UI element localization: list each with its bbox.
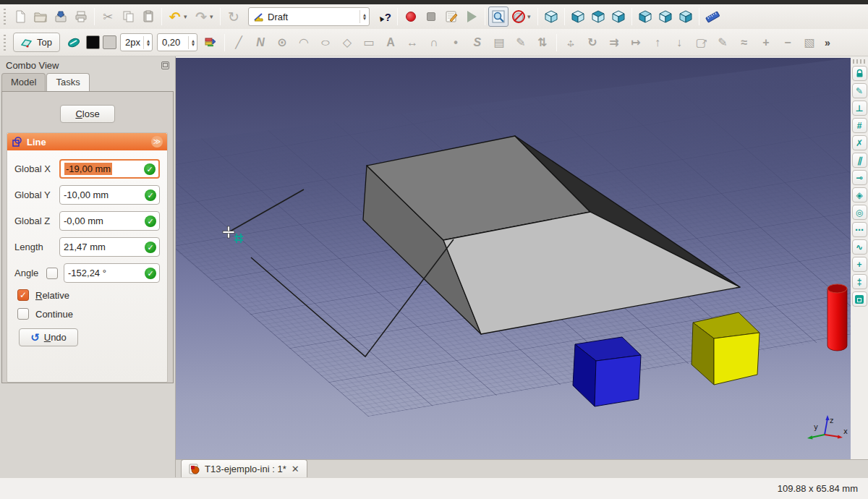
snap-center-button[interactable]: ◈ xyxy=(852,187,867,202)
draft-offset-button[interactable]: ⇉ xyxy=(603,32,625,54)
draft-scale-button[interactable]: ▢↗ xyxy=(690,32,712,54)
red-cylinder[interactable] xyxy=(827,284,847,351)
draft-wire-to-bspline-button[interactable]: ≈ xyxy=(733,32,755,54)
draft-trim-button[interactable]: ↦ xyxy=(625,32,647,54)
save-button[interactable] xyxy=(51,7,71,27)
draft-arc-button[interactable]: ◠ xyxy=(293,32,315,54)
snap-special-button[interactable]: + xyxy=(852,257,867,272)
relative-row[interactable]: ✓ Relative xyxy=(17,289,160,301)
draft-point-button[interactable]: • xyxy=(445,32,467,54)
toggle-grid-button[interactable] xyxy=(852,291,867,307)
snap-near-button[interactable]: ∿ xyxy=(852,239,867,255)
collapse-icon[interactable]: ≫ xyxy=(151,136,163,148)
macro-edit-button[interactable] xyxy=(441,7,461,27)
undo-segment-button[interactable]: ↺ Undo xyxy=(19,328,78,346)
snap-arc-button[interactable]: ◎ xyxy=(852,205,867,220)
draft-upgrade-button[interactable]: ↑ xyxy=(647,32,668,54)
relative-checkbox[interactable]: ✓ xyxy=(17,289,29,301)
style-button[interactable] xyxy=(63,32,85,54)
snap-ortho-button[interactable]: ⋯ xyxy=(852,222,867,237)
draft-line-button[interactable]: ╱ xyxy=(228,32,250,54)
spin-arrows[interactable]: ▴▾ xyxy=(188,36,195,49)
front-view-button[interactable] xyxy=(568,7,588,27)
length-input[interactable]: 21,47 mm ✓ xyxy=(59,237,160,257)
snap-parallel-button[interactable]: ∥ xyxy=(852,153,867,168)
face-color-swatch[interactable] xyxy=(103,35,116,49)
snap-dimensions-button[interactable]: ‡ xyxy=(852,274,867,289)
line-width-spinbox[interactable]: 2px ▴▾ xyxy=(120,33,153,51)
angle-lock-checkbox[interactable] xyxy=(46,268,58,279)
tab-model[interactable]: Model xyxy=(1,73,46,91)
new-file-button[interactable] xyxy=(10,7,30,27)
continue-checkbox[interactable] xyxy=(17,308,29,320)
draft-polygon-button[interactable]: ◇ xyxy=(336,32,358,54)
draft-text-button[interactable]: A xyxy=(380,32,401,54)
snap-lock-button[interactable] xyxy=(852,66,867,81)
copy-button[interactable] xyxy=(118,7,138,27)
rear-view-button[interactable] xyxy=(635,7,655,27)
draft-bezier-button[interactable]: S xyxy=(467,32,488,54)
draft-edit-button[interactable]: ✎ xyxy=(712,32,733,54)
redo-button[interactable]: ↷ xyxy=(191,7,211,27)
toolbar-drag-handle[interactable] xyxy=(853,59,866,64)
toolbar-drag-handle[interactable] xyxy=(2,9,8,25)
fit-all-button[interactable] xyxy=(488,7,509,27)
bottom-view-button[interactable] xyxy=(655,7,676,27)
left-view-button[interactable] xyxy=(676,7,696,27)
continue-row[interactable]: Continue xyxy=(17,308,160,320)
draft-facebinder-button[interactable]: ▤ xyxy=(488,32,510,54)
toolbar-overflow-button[interactable]: » xyxy=(825,37,830,48)
working-plane-button[interactable]: Top xyxy=(13,33,60,52)
line-task-header[interactable]: Line ≫ xyxy=(7,133,167,150)
axonometric-view-button[interactable] xyxy=(541,7,561,27)
global-x-input[interactable]: -19,00 mm ✓ xyxy=(59,159,160,179)
snap-intersection-button[interactable]: ✗ xyxy=(852,135,867,150)
draft-shape2d-button[interactable]: ▧ xyxy=(799,32,820,54)
snap-extension-button[interactable]: ⊸ xyxy=(852,170,867,185)
toolbar-drag-handle[interactable] xyxy=(2,35,8,51)
draft-rectangle-button[interactable]: ▭ xyxy=(358,32,380,54)
macro-record-button[interactable] xyxy=(401,7,421,27)
draft-label-button[interactable]: ✎ xyxy=(510,32,532,54)
document-tab[interactable]: T13-ejemplo-ini : 1* ✕ xyxy=(181,459,307,477)
global-z-input[interactable]: -0,00 mm ✓ xyxy=(59,211,160,231)
paste-button[interactable] xyxy=(138,7,158,27)
close-button[interactable]: Close xyxy=(60,105,115,123)
open-file-button[interactable] xyxy=(30,7,51,27)
snap-endpoint-button[interactable]: ✎ xyxy=(852,83,867,98)
workbench-spin-arrows[interactable]: ▴▾ xyxy=(359,10,366,23)
draft-bspline-button[interactable]: ∩ xyxy=(423,32,445,54)
draft-downgrade-button[interactable]: ↓ xyxy=(668,32,690,54)
spin-arrows[interactable]: ▴▾ xyxy=(143,36,150,49)
angle-input[interactable]: -152,24 ° ✓ xyxy=(64,263,160,283)
undo-button[interactable]: ↶ xyxy=(165,7,185,27)
draft-delete-point-button[interactable]: − xyxy=(777,32,799,54)
text-scale-spinbox[interactable]: 0,20 ▴▾ xyxy=(157,33,197,51)
snap-midpoint-button[interactable]: ⊥ xyxy=(852,101,867,116)
measure-distance-button[interactable] xyxy=(702,7,723,27)
draft-move-button[interactable]: ↔↕ xyxy=(560,32,582,54)
cut-button[interactable]: ✂ xyxy=(98,7,118,27)
3d-viewport[interactable]: z x y xyxy=(176,58,851,459)
top-view-button[interactable] xyxy=(588,7,608,27)
tab-tasks[interactable]: Tasks xyxy=(46,73,89,91)
draft-dimension-button[interactable]: ↔ xyxy=(401,32,423,54)
autogroup-button[interactable] xyxy=(200,32,221,54)
global-y-input[interactable]: -10,00 mm ✓ xyxy=(59,185,160,205)
line-color-swatch[interactable] xyxy=(86,35,100,49)
right-view-button[interactable] xyxy=(608,7,629,27)
draft-rotate-button[interactable]: ↻ xyxy=(582,32,603,54)
print-button[interactable] xyxy=(71,7,91,27)
draft-ellipse-button[interactable]: ○ xyxy=(315,32,336,54)
draft-polyline-button[interactable]: N xyxy=(250,32,271,54)
tab-close-icon[interactable]: ✕ xyxy=(292,464,299,474)
refresh-button[interactable]: ↻ xyxy=(224,7,244,27)
whats-this-button[interactable]: ▲? xyxy=(374,7,394,27)
draft-mirror-button[interactable]: ⇅ xyxy=(532,32,553,54)
workbench-selector[interactable]: Draft ▴▾ xyxy=(248,7,370,26)
draft-circle-button[interactable]: ⊙ xyxy=(271,32,293,54)
snap-grid-button[interactable]: # xyxy=(852,118,867,133)
blue-cube[interactable] xyxy=(573,337,641,406)
draw-style-button[interactable] xyxy=(509,7,529,27)
macro-run-button[interactable] xyxy=(461,7,482,27)
